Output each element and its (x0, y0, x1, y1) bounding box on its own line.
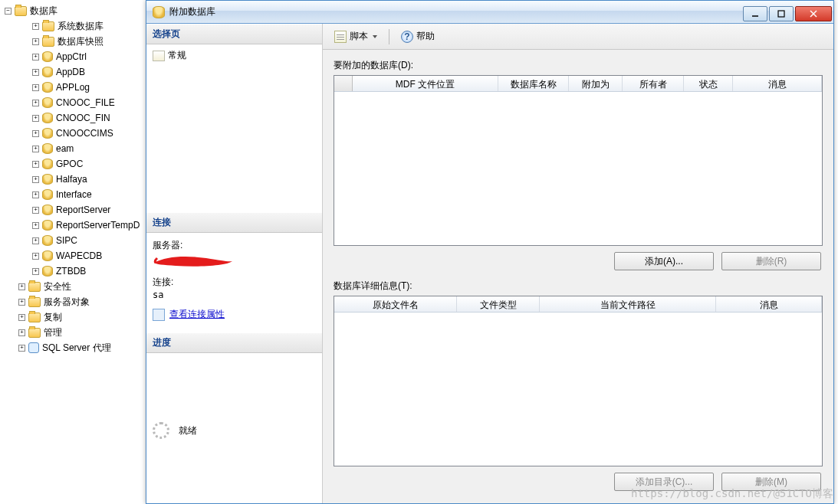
col-message[interactable]: 消息 (733, 76, 822, 91)
tree-node[interactable]: +CNOOC_FIN (2, 110, 146, 126)
tree-label: eam (56, 143, 74, 154)
tree-node[interactable]: +SQL Server 代理 (2, 340, 146, 355)
remove-button[interactable]: 删除(R) (721, 252, 821, 270)
tree-node[interactable]: +GPOC (2, 156, 146, 172)
tree-node[interactable]: +AppDB (2, 64, 146, 80)
expand-icon[interactable]: + (32, 176, 39, 183)
col-current-path[interactable]: 当前文件路径 (540, 296, 716, 312)
page-label: 常规 (168, 49, 186, 62)
db-icon (42, 51, 53, 62)
expand-icon[interactable]: + (32, 130, 39, 137)
tree-node[interactable]: +ReportServer (2, 202, 146, 218)
tree-node[interactable]: +Halfaya (2, 172, 146, 187)
svg-rect-1 (778, 11, 784, 17)
script-dropdown-button[interactable]: 脚本 (329, 28, 383, 45)
col-owner[interactable]: 所有者 (623, 76, 684, 91)
tree-label: SIPC (56, 235, 77, 246)
expand-icon[interactable]: + (32, 237, 39, 244)
expand-icon[interactable]: + (32, 253, 39, 260)
tree-node-databases[interactable]: − 数据库 (2, 3, 146, 18)
tree-node[interactable]: +ZTBDB (2, 263, 146, 279)
tree-node[interactable]: +eam (2, 141, 146, 156)
add-directory-button[interactable]: 添加目录(C)... (614, 473, 714, 491)
tree-node[interactable]: +安全性 (2, 279, 146, 294)
expand-icon[interactable]: + (18, 329, 25, 336)
col-file-type[interactable]: 文件类型 (457, 296, 540, 312)
tree-label: ReportServerTempD (56, 220, 140, 231)
expand-icon[interactable]: + (18, 299, 25, 306)
col-db-name[interactable]: 数据库名称 (498, 76, 569, 91)
expand-icon[interactable]: + (32, 268, 39, 275)
help-icon: ? (401, 31, 413, 43)
row-handle-column (334, 76, 353, 91)
tree-node[interactable]: +服务器对象 (2, 294, 146, 309)
tree-node[interactable]: +AppCtrl (2, 49, 146, 64)
tree-node[interactable]: +系统数据库 (2, 18, 146, 34)
tree-node[interactable]: +复制 (2, 309, 146, 325)
window-controls (743, 3, 833, 21)
maximize-button[interactable] (769, 6, 794, 21)
server-value-redacted (153, 252, 222, 263)
add-button[interactable]: 添加(A)... (614, 252, 714, 270)
tree-label: CNOOC_FIN (56, 113, 110, 123)
tree-node[interactable]: +Interface (2, 187, 146, 202)
help-label: 帮助 (416, 30, 435, 43)
object-explorer-tree[interactable]: − 数据库 +系统数据库+数据库快照+AppCtrl+AppDB+APPLog+… (0, 0, 146, 504)
db-icon (42, 235, 53, 246)
expand-icon[interactable]: + (32, 54, 39, 61)
progress-status: 就绪 (146, 353, 322, 503)
expand-icon[interactable]: + (32, 23, 39, 30)
expand-icon[interactable]: + (32, 69, 39, 76)
dialog-titlebar[interactable]: 附加数据库 (146, 1, 833, 24)
tree-node[interactable]: +数据库快照 (2, 34, 146, 49)
tree-node[interactable]: +CNOOCCIMS (2, 126, 146, 141)
tree-node[interactable]: +APPLog (2, 80, 146, 95)
expand-icon[interactable]: + (32, 207, 39, 214)
expand-icon[interactable]: + (18, 283, 25, 290)
expand-icon[interactable]: + (32, 191, 39, 198)
folder-icon (28, 282, 41, 292)
attach-databases-grid[interactable]: MDF 文件位置 数据库名称 附加为 所有者 状态 消息 (334, 75, 823, 246)
col-status[interactable]: 状态 (684, 76, 733, 91)
expand-icon[interactable]: + (32, 38, 39, 45)
col-orig-filename[interactable]: 原始文件名 (334, 296, 457, 312)
minimize-button[interactable] (743, 6, 767, 21)
tree-node[interactable]: +CNOOC_FILE (2, 95, 146, 110)
folder-icon (42, 37, 54, 47)
expand-icon[interactable]: + (32, 222, 39, 229)
tree-node[interactable]: +SIPC (2, 233, 146, 248)
db-icon (42, 220, 53, 231)
attach-database-dialog: 附加数据库 选择页 常规 连接 服务器: (146, 0, 834, 504)
db-icon (42, 143, 53, 154)
col-attach-as[interactable]: 附加为 (569, 76, 623, 91)
dialog-toolbar: 脚本 ? 帮助 (323, 24, 833, 50)
database-details-grid[interactable]: 原始文件名 文件类型 当前文件路径 消息 (334, 296, 823, 466)
tree-node[interactable]: +管理 (2, 325, 146, 340)
remove-detail-button[interactable]: 删除(M) (721, 473, 821, 491)
select-page-list: 常规 (146, 44, 322, 212)
tree-label: SQL Server 代理 (42, 342, 111, 355)
col-detail-message[interactable]: 消息 (716, 296, 822, 312)
tree-label: ZTBDB (56, 266, 86, 277)
tree-node[interactable]: +ReportServerTempD (2, 218, 146, 233)
expand-icon[interactable]: + (32, 146, 39, 152)
expand-icon[interactable]: + (18, 314, 25, 321)
expand-icon[interactable]: + (18, 345, 25, 352)
tree-node[interactable]: +WAPECDB (2, 248, 146, 263)
tree-label: 系统数据库 (58, 20, 104, 33)
expand-icon[interactable]: + (32, 100, 39, 106)
view-connection-properties-link[interactable]: 查看连接属性 (169, 308, 225, 321)
tree-label: AppDB (56, 67, 85, 77)
db-icon (42, 250, 53, 261)
close-button[interactable] (795, 6, 832, 21)
page-item-general[interactable]: 常规 (153, 49, 316, 62)
tree-label: GPOC (56, 159, 83, 169)
expand-icon[interactable]: + (32, 84, 39, 91)
col-mdf-location[interactable]: MDF 文件位置 (353, 76, 498, 91)
expand-icon[interactable]: + (32, 115, 39, 122)
expand-icon[interactable]: + (32, 161, 39, 168)
help-button[interactable]: ? 帮助 (396, 28, 440, 45)
connection-info: 服务器: 连接: sa 查看连接属性 (146, 233, 322, 332)
tree-label: Halfaya (56, 174, 87, 185)
collapse-icon[interactable]: − (5, 8, 12, 15)
